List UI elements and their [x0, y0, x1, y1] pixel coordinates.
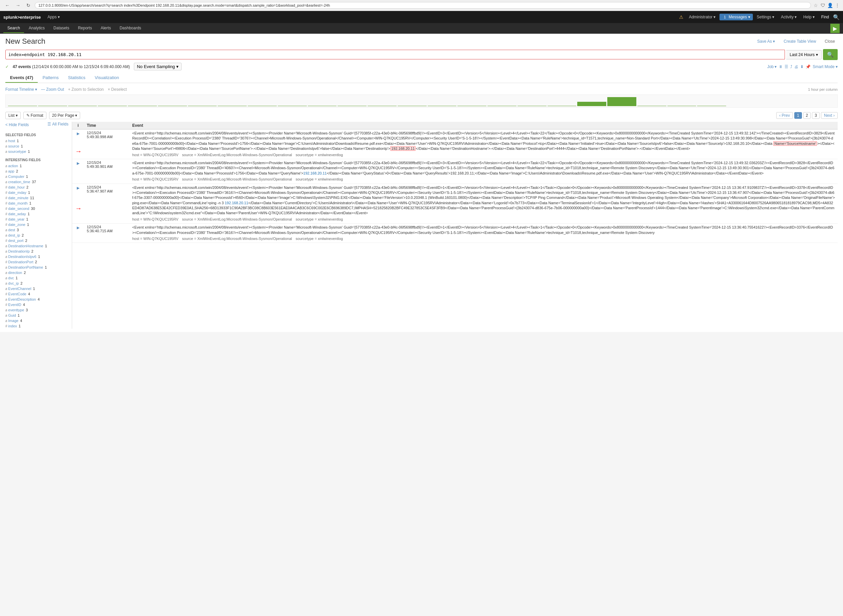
next-page-button[interactable]: Next ›: [821, 112, 838, 119]
nav-analytics[interactable]: Analytics: [25, 24, 49, 33]
expand-row-2[interactable]: ▶: [75, 160, 81, 166]
field-dest[interactable]: adest3: [5, 227, 68, 233]
help-menu-button[interactable]: Help ▾: [800, 13, 817, 21]
close-button[interactable]: Close: [822, 38, 838, 45]
field-index[interactable]: #index1: [5, 323, 68, 329]
field-event-id[interactable]: #EventID4: [5, 302, 68, 307]
all-fields-button[interactable]: ☰ All Fields: [47, 122, 68, 126]
pin-icon: 📌: [806, 65, 811, 69]
expand-row-4[interactable]: ▶: [75, 225, 81, 230]
field-date-mday[interactable]: #date_mday1: [5, 190, 68, 195]
save-as-button[interactable]: Save As ▾: [755, 38, 778, 45]
print-button[interactable]: 🖨: [794, 65, 798, 69]
expand-row-1[interactable]: ▶: [75, 131, 81, 136]
activity-arrow-icon: ▾: [795, 15, 797, 19]
nav-datasets[interactable]: Datasets: [49, 24, 73, 33]
field-app[interactable]: aapp2: [5, 169, 68, 174]
field-dvc-ip[interactable]: advc_ip2: [5, 281, 68, 286]
field-date-month[interactable]: #date_month1: [5, 201, 68, 206]
smart-mode-button[interactable]: Smart Mode ▾: [813, 65, 838, 69]
menu-icon[interactable]: ⋮: [835, 3, 840, 8]
field-date-hour[interactable]: #date_hour2: [5, 185, 68, 190]
forward-button[interactable]: →: [14, 2, 22, 9]
apps-menu-button[interactable]: Apps ▾: [45, 13, 62, 21]
field-image[interactable]: aImage4: [5, 318, 68, 323]
search-icon-button[interactable]: 🔍: [833, 14, 840, 21]
messages-button[interactable]: 1 Messages ▾: [720, 14, 753, 21]
list-view-dropdown[interactable]: List ▾: [5, 112, 21, 119]
field-computer[interactable]: aComputer1: [5, 174, 68, 179]
expand-row-3[interactable]: ▶: [75, 185, 81, 190]
field-source[interactable]: a source 1: [5, 144, 68, 149]
field-event-channel[interactable]: aEventChannel1: [5, 286, 68, 291]
url-bar[interactable]: 127.0.0.1:8000/en-US/app/search/search?q…: [35, 2, 811, 9]
field-date-wday[interactable]: #date_wday1: [5, 211, 68, 217]
date-second-arrow-indicator: →: [75, 205, 82, 212]
activity-menu-button[interactable]: Activity ▾: [778, 13, 799, 21]
time-range-button[interactable]: Last 24 Hours ▾: [786, 50, 822, 59]
bookmark-icon[interactable]: ☆: [814, 3, 818, 8]
search-go-button[interactable]: 🔍: [823, 49, 838, 60]
field-creation-time[interactable]: acreation_time37: [5, 179, 68, 185]
field-destination-portname[interactable]: aDestinationPortName1: [5, 265, 68, 270]
field-date-second[interactable]: #date_second30: [5, 206, 68, 211]
tab-patterns[interactable]: Patterns: [38, 73, 63, 83]
event-sampling-button[interactable]: No Event Sampling ▾: [134, 63, 182, 70]
field-date-minute[interactable]: #date_minute11: [5, 195, 68, 201]
field-event-code[interactable]: #EventCode4: [5, 291, 68, 297]
field-destination-isipv6[interactable]: aDestinationIsIpv61: [5, 254, 68, 259]
nav-search[interactable]: Search: [3, 24, 24, 33]
export-button[interactable]: ⬇: [800, 65, 803, 69]
back-button[interactable]: ←: [3, 2, 11, 9]
pin-button[interactable]: 📌: [806, 65, 811, 69]
zoom-out-button[interactable]: — Zoom Out: [41, 87, 64, 92]
format-button[interactable]: ✎ Format: [23, 112, 46, 119]
tab-visualization[interactable]: Visualization: [90, 73, 124, 83]
prev-page-button[interactable]: ‹ Prev: [776, 112, 793, 119]
events-summary: ✓ 47 events (12/14/24 6:00:00.000 AM to …: [5, 63, 838, 70]
field-direction[interactable]: adirection2: [5, 270, 68, 275]
account-icon[interactable]: 👤: [827, 3, 833, 8]
find-button[interactable]: Find: [819, 13, 832, 21]
field-dest-ip[interactable]: adest_ip2: [5, 233, 68, 238]
field-host[interactable]: a host 1: [5, 138, 68, 144]
nav-reports[interactable]: Reports: [74, 24, 96, 33]
field-dvc[interactable]: advc1: [5, 275, 68, 281]
field-sourcetype[interactable]: a sourcetype 1: [5, 149, 68, 154]
settings-menu-button[interactable]: Settings ▾: [754, 13, 777, 21]
refresh-button[interactable]: ↻: [25, 2, 32, 9]
field-destination-hostname[interactable]: aDestinationHostname1: [5, 243, 68, 249]
main-content: New Search Save As ▾ Create Table View C…: [0, 34, 843, 332]
extension-icon[interactable]: 🛡: [821, 3, 825, 8]
field-event-description[interactable]: aEventDescription4: [5, 297, 68, 302]
field-destination-ip[interactable]: aDestinationIp2: [5, 249, 68, 254]
timeline-toolbar: Format Timeline ▾ — Zoom Out + Zoom to S…: [5, 86, 838, 93]
tab-statistics[interactable]: Statistics: [63, 73, 90, 83]
per-page-button[interactable]: 20 Per Page ▾: [49, 112, 81, 119]
field-date-year[interactable]: #date_year1: [5, 217, 68, 222]
event-time-1: 12/15/245:49:30.998 AM: [87, 131, 127, 139]
create-table-view-button[interactable]: Create Table View: [781, 38, 819, 45]
page-3-button[interactable]: 3: [812, 112, 820, 119]
field-date-zone[interactable]: #date_zone1: [5, 222, 68, 227]
page-2-button[interactable]: 2: [803, 112, 811, 119]
timeline-chart[interactable]: [5, 94, 838, 108]
format-timeline-button[interactable]: Format Timeline ▾: [5, 87, 37, 92]
field-eventtype[interactable]: aeventtype3: [5, 307, 68, 313]
hide-fields-button[interactable]: < Hide Fields: [5, 122, 29, 128]
list-view-button[interactable]: ☰: [784, 65, 788, 69]
run-search-button[interactable]: ▶: [830, 24, 840, 33]
admin-menu-button[interactable]: Administrator ▾: [686, 13, 718, 21]
nav-alerts[interactable]: Alerts: [97, 24, 115, 33]
page-1-button[interactable]: 1: [794, 112, 802, 119]
field-destination-port[interactable]: #DestinationPort2: [5, 259, 68, 265]
field-guid[interactable]: aGuid1: [5, 313, 68, 318]
field-action[interactable]: aaction1: [5, 163, 68, 169]
nav-dashboards[interactable]: Dashboards: [116, 24, 145, 33]
job-button[interactable]: Job ▾: [767, 65, 777, 69]
search-input[interactable]: [5, 50, 785, 59]
pause-button[interactable]: ⏸: [778, 65, 783, 69]
field-dest-port[interactable]: #dest_port2: [5, 238, 68, 243]
tab-events[interactable]: Events (47): [5, 73, 38, 83]
share-button[interactable]: ⤴: [790, 65, 792, 69]
